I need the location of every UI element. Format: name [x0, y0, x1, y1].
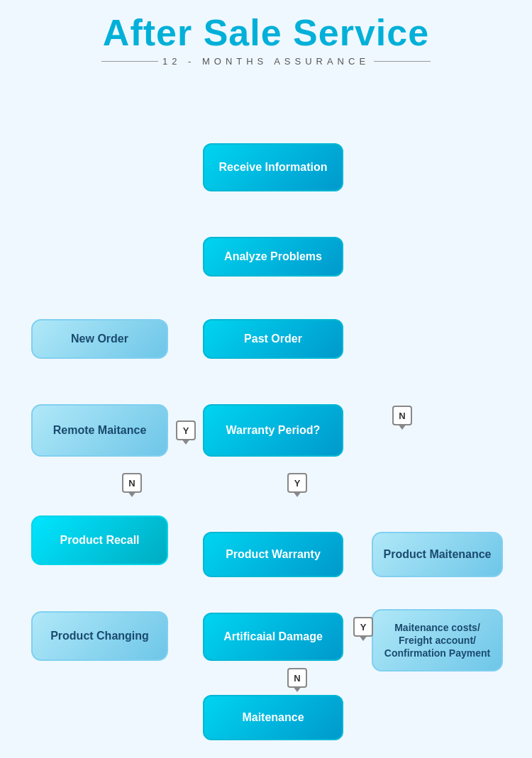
- flowchart: Receive Information Analyze Problems New…: [0, 72, 532, 758]
- header-subtitle: 12 - MONTHS ASSURANCE: [0, 56, 532, 67]
- badge-y-remote: Y: [176, 420, 196, 440]
- badge-n-damage: N: [287, 668, 307, 688]
- product-maitenance-box: Product Maitenance: [372, 532, 503, 577]
- maitenance-box: Maitenance: [203, 695, 343, 740]
- badge-y-damage: Y: [353, 617, 373, 637]
- product-changing-box: Product Changing: [31, 611, 168, 661]
- new-order-box: New Order: [31, 319, 168, 359]
- product-warranty-box: Product Warranty: [203, 532, 343, 577]
- badge-y-warranty: Y: [287, 473, 307, 493]
- artificaial-damage-box: Artificaial Damage: [203, 613, 343, 661]
- header: After Sale Service 12 - MONTHS ASSURANCE: [0, 0, 532, 72]
- product-recall-box: Product Recall: [31, 515, 168, 565]
- past-order-box: Past Order: [203, 319, 343, 359]
- badge-n-warranty: N: [392, 406, 412, 425]
- receive-information-box: Receive Information: [203, 143, 343, 191]
- badge-n-remote: N: [122, 473, 142, 493]
- page-title: After Sale Service: [0, 13, 532, 53]
- page-wrapper: After Sale Service 12 - MONTHS ASSURANCE: [0, 0, 532, 758]
- maitenance-costs-box: Maitenance costs/ Freight account/ Confi…: [372, 609, 503, 671]
- warranty-period-box: Warranty Period?: [203, 404, 343, 457]
- analyze-problems-box: Analyze Problems: [203, 237, 343, 277]
- remote-maitance-box: Remote Maitance: [31, 404, 168, 457]
